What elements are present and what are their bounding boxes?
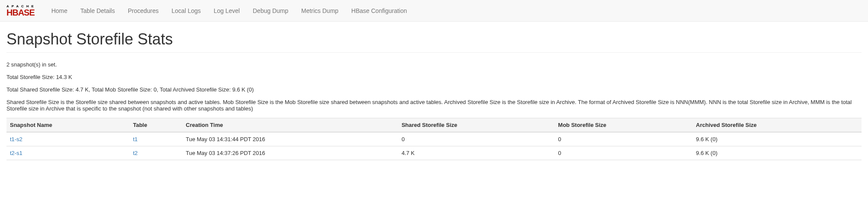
page-header: Snapshot Storefile Stats <box>6 22 862 53</box>
table-row: t2-s1 t2 Tue May 03 14:37:26 PDT 2016 4.… <box>6 146 862 160</box>
nav-item-local-logs[interactable]: Local Logs <box>165 1 207 21</box>
cell-mob-size: 0 <box>555 146 693 160</box>
cell-archived-size: 9.6 K (0) <box>693 132 862 146</box>
navbar: APACHE HBASE Home Table Details Procedur… <box>0 0 868 22</box>
snapshot-name-link[interactable]: t2-s1 <box>10 150 22 156</box>
nav-item-log-level[interactable]: Log Level <box>207 1 246 21</box>
total-storefile-size-line: Total Storefile Size: 14.3 K <box>6 74 862 80</box>
cell-archived-size: 9.6 K (0) <box>693 146 862 160</box>
th-snapshot-name: Snapshot Name <box>6 118 130 133</box>
nav-item-home[interactable]: Home <box>45 1 74 21</box>
table-header-row: Snapshot Name Table Creation Time Shared… <box>6 118 862 133</box>
th-table: Table <box>130 118 183 133</box>
snapshot-table: Snapshot Name Table Creation Time Shared… <box>6 118 862 160</box>
th-mob-size: Mob Storefile Size <box>555 118 693 133</box>
nav-items: Home Table Details Procedures Local Logs… <box>45 1 414 21</box>
cell-creation-time: Tue May 03 14:37:26 PDT 2016 <box>182 146 398 160</box>
nav-item-table-details[interactable]: Table Details <box>74 1 121 21</box>
nav-item-metrics-dump[interactable]: Metrics Dump <box>295 1 345 21</box>
explanation-paragraph: Shared Storefile Size is the Storefile s… <box>6 99 862 112</box>
th-shared-size: Shared Storefile Size <box>398 118 554 133</box>
page-title: Snapshot Storefile Stats <box>6 30 862 48</box>
cell-shared-size: 0 <box>398 132 554 146</box>
cell-shared-size: 4.7 K <box>398 146 554 160</box>
snapshot-name-link[interactable]: t1-s2 <box>10 136 22 142</box>
th-archived-size: Archived Storefile Size <box>693 118 862 133</box>
hbase-logo[interactable]: APACHE HBASE <box>6 5 36 17</box>
table-row: t1-s2 t1 Tue May 03 14:31:44 PDT 2016 0 … <box>6 132 862 146</box>
cell-mob-size: 0 <box>555 132 693 146</box>
table-link[interactable]: t1 <box>133 136 138 142</box>
snapshot-count-line: 2 snapshot(s) in set. <box>6 61 862 68</box>
nav-item-procedures[interactable]: Procedures <box>121 1 165 21</box>
table-link[interactable]: t2 <box>133 150 138 156</box>
th-creation-time: Creation Time <box>182 118 398 133</box>
nav-item-debug-dump[interactable]: Debug Dump <box>246 1 295 21</box>
nav-item-hbase-configuration[interactable]: HBase Configuration <box>345 1 414 21</box>
shared-storefile-summary-line: Total Shared Storefile Size: 4.7 K, Tota… <box>6 86 862 93</box>
cell-creation-time: Tue May 03 14:31:44 PDT 2016 <box>182 132 398 146</box>
